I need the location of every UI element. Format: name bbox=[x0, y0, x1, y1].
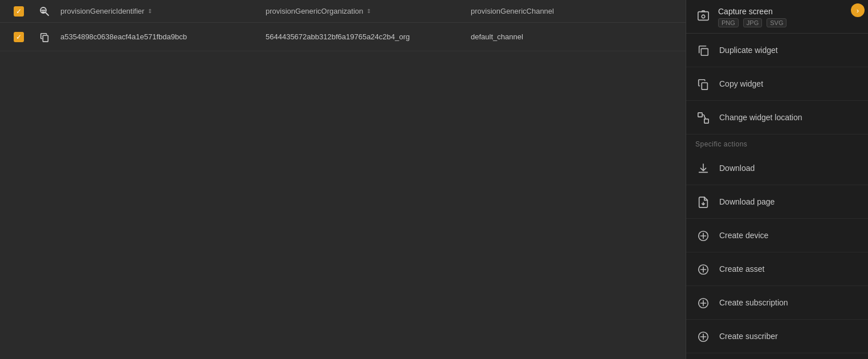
create-device-label: Create device bbox=[719, 231, 768, 240]
change-widget-location-icon bbox=[695, 110, 711, 126]
svg-rect-9 bbox=[698, 113, 702, 117]
close-button[interactable]: › bbox=[851, 3, 865, 17]
change-widget-location-label: Change widget location bbox=[719, 113, 802, 122]
svg-rect-7 bbox=[701, 48, 708, 55]
duplicate-widget-label: Duplicate widget bbox=[719, 46, 778, 55]
column-label-organization: provisionGenericOrganization bbox=[266, 7, 363, 15]
context-menu: › Capture screen PNG JPG SVG Dup bbox=[686, 0, 868, 359]
select-all-checkbox[interactable]: ✓ bbox=[14, 6, 24, 17]
capture-screen-content: Capture screen PNG JPG SVG bbox=[718, 7, 787, 27]
download-label: Download bbox=[719, 164, 755, 173]
format-svg[interactable]: SVG bbox=[767, 18, 787, 27]
row-checkbox-container[interactable]: ✓ bbox=[5, 32, 33, 42]
create-device-icon bbox=[695, 228, 711, 244]
svg-rect-10 bbox=[704, 119, 708, 123]
filter-icon-container[interactable] bbox=[33, 6, 56, 17]
svg-point-6 bbox=[702, 15, 705, 18]
copy-widget-item[interactable]: Copy widget bbox=[686, 67, 868, 101]
column-header-identifier[interactable]: provisionGenericIdentifier ⇕ bbox=[56, 7, 261, 15]
duplicate-widget-item[interactable]: Duplicate widget bbox=[686, 34, 868, 67]
create-asset-item[interactable]: Create asset bbox=[686, 252, 868, 286]
header-checkbox[interactable]: ✓ bbox=[5, 6, 33, 17]
filter-icon bbox=[39, 6, 50, 17]
create-asset-label: Create asset bbox=[719, 264, 764, 274]
specific-actions-label: Specific actions bbox=[686, 134, 868, 152]
format-jpg[interactable]: JPG bbox=[743, 18, 762, 27]
column-header-channel[interactable]: provisionGenericChannel bbox=[466, 7, 681, 15]
table-row: ✓ a5354898c0638eacf4a1e571fbda9bcb 56444… bbox=[0, 23, 686, 51]
format-png[interactable]: PNG bbox=[718, 18, 739, 27]
row-checkbox[interactable]: ✓ bbox=[14, 32, 24, 42]
row-copy-icon bbox=[39, 32, 50, 42]
create-asset-icon bbox=[695, 262, 711, 278]
view-in-map-item[interactable]: View in map bbox=[686, 353, 868, 359]
table-header: ✓ provisionGenericIdentifier ⇕ provision… bbox=[0, 0, 686, 23]
capture-formats: PNG JPG SVG bbox=[718, 18, 787, 27]
download-page-label: Download page bbox=[719, 197, 775, 206]
duplicate-widget-icon bbox=[695, 43, 711, 59]
create-subscription-icon bbox=[695, 295, 711, 311]
cell-channel: default_channel bbox=[466, 32, 681, 41]
copy-widget-icon bbox=[695, 76, 711, 92]
create-subscriber-item[interactable]: Create suscriber bbox=[686, 320, 868, 353]
download-page-item[interactable]: Download page bbox=[686, 185, 868, 219]
create-subscription-label: Create subscription bbox=[719, 298, 788, 307]
capture-screen-item[interactable]: Capture screen PNG JPG SVG bbox=[686, 0, 868, 34]
cell-organization: 5644435672abb312bf6a19765a24c2b4_org bbox=[261, 32, 466, 41]
capture-screen-icon bbox=[695, 8, 711, 24]
column-label-identifier: provisionGenericIdentifier bbox=[60, 7, 144, 15]
create-subscriber-label: Create suscriber bbox=[719, 332, 778, 341]
download-icon bbox=[695, 161, 711, 177]
sort-icon-organization: ⇕ bbox=[366, 8, 371, 14]
column-label-channel: provisionGenericChannel bbox=[471, 7, 554, 15]
svg-line-1 bbox=[46, 13, 48, 15]
create-subscriber-icon bbox=[695, 329, 711, 345]
download-item[interactable]: Download bbox=[686, 152, 868, 185]
copy-widget-label: Copy widget bbox=[719, 79, 763, 88]
change-widget-location-item[interactable]: Change widget location bbox=[686, 101, 868, 134]
create-subscription-item[interactable]: Create subscription bbox=[686, 286, 868, 320]
capture-screen-label: Capture screen bbox=[718, 7, 787, 16]
create-device-item[interactable]: Create device bbox=[686, 219, 868, 252]
column-header-organization[interactable]: provisionGenericOrganization ⇕ bbox=[261, 7, 466, 15]
svg-rect-8 bbox=[702, 83, 707, 89]
svg-rect-4 bbox=[43, 35, 48, 42]
row-copy-icon-container[interactable] bbox=[33, 32, 56, 42]
download-page-icon bbox=[695, 194, 711, 210]
cell-identifier: a5354898c0638eacf4a1e571fbda9bcb bbox=[56, 32, 261, 41]
svg-rect-5 bbox=[698, 12, 708, 21]
table-area: ✓ provisionGenericIdentifier ⇕ provision… bbox=[0, 0, 686, 359]
sort-icon-identifier: ⇕ bbox=[148, 8, 152, 14]
